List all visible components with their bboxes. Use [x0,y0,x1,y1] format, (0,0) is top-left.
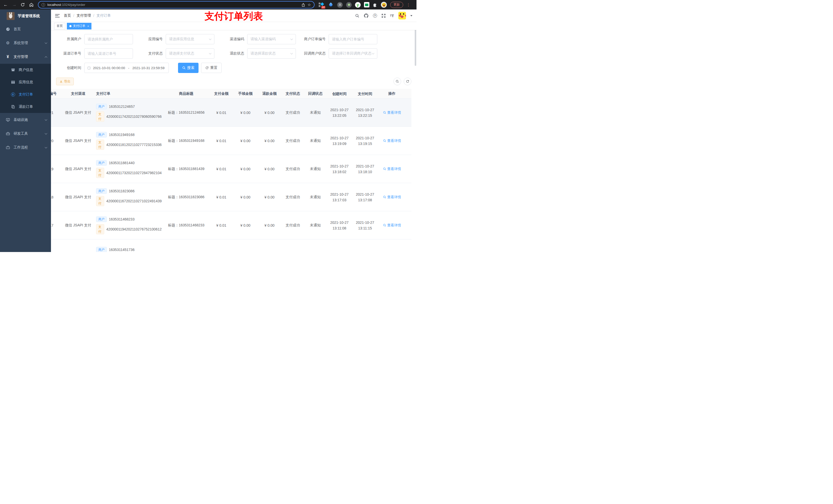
table-row[interactable]: 20 微信 JSAPI 支付 商户1635311949168 支付4200001… [51,127,411,155]
sidebar-item-home[interactable]: 首页 [0,22,51,36]
col-header-refund: 退款金额 [257,91,282,96]
tag-pay-order[interactable]: 支付订单 × [67,23,91,29]
view-detail-link[interactable]: 查看详情 [383,111,401,115]
sidebar-item-refund-order[interactable]: 退款订单 [0,101,51,113]
refund-status-select[interactable]: 请选择退款状态 [247,48,296,58]
field-label: 应用编号 [138,37,166,42]
merchant-order-no-input[interactable] [332,37,374,41]
table-header-row: 编号 支付渠道 支付订单 商品标题 支付金额 手续金额 退款金额 支付状态 回调… [51,89,411,99]
browser-forward-icon[interactable]: → [12,2,17,7]
col-header-amount: 支付金额 [209,91,233,96]
view-detail-link[interactable]: 查看详情 [383,195,401,199]
channel-code-select[interactable]: 请输入渠道编码 [247,34,296,44]
shop-icon [11,68,15,72]
extension-chat-icon[interactable] [364,2,370,7]
fee-amount: ¥ 0.00 [233,223,257,227]
sidebar-item-workflow[interactable]: 工作流程 [0,141,51,154]
create-time: 2021-10-2713:18:02 [327,163,352,175]
notify-status-select[interactable]: 请选择订单回调商户状态 [329,48,377,58]
merchant-order-no: 1635311949168 [109,133,135,137]
date-range-input[interactable]: 2021-10-01 00:00:00 - 2021-10-31 23:59:5… [84,63,169,73]
profile-avatar[interactable] [381,2,387,8]
page-annotation: 支付订单列表 [205,10,263,23]
col-header-channel: 支付渠道 [62,91,95,96]
bookmark-star-icon[interactable]: ☆ [308,3,311,7]
site-info-icon[interactable]: i [42,3,45,7]
pay-status: 支付成功 [282,167,304,171]
sidebar-item-label: 退款订单 [19,104,33,109]
table-row[interactable]: 21 微信 JSAPI 支付 商户1635312124657 支付4200001… [51,99,411,127]
breadcrumb-home[interactable]: 首页 [64,13,71,18]
extension-command-icon[interactable]: ⌘ [337,2,343,8]
col-header-fee: 手续金额 [233,91,257,96]
extension-diamond-icon[interactable]: 10 [318,2,324,8]
user-avatar[interactable] [398,12,406,20]
sidebar-item-devtools[interactable]: 研发工具 [0,127,51,141]
avatar-caret-icon[interactable] [410,15,412,16]
pay-time: 2021-10-2713:18:10 [352,163,378,175]
pay-order-cell: 商户1635311823086 支付4200001167202110271022… [95,186,163,208]
merchant-input[interactable] [88,37,129,41]
search-button[interactable]: 搜索 [178,63,198,73]
browser-home-icon[interactable] [29,3,34,7]
date-start-value: 2021-10-01 00:00:00 [93,66,125,70]
toggle-search-button[interactable] [394,78,401,85]
merchant-tag: 商户 [96,104,107,110]
sidebar-item-label: 系统管理 [14,41,45,45]
col-header-title: 商品标题 [163,91,209,96]
refresh-button[interactable] [404,78,411,85]
extension-balloon-icon[interactable] [328,2,334,8]
toolbar-right [394,78,411,85]
address-bar[interactable]: i localhost:1024/pay/order ☆ [38,1,314,8]
filter-channel-code: 渠道编码 请输入渠道编码 [219,34,296,44]
extension-dot-icon[interactable] [346,2,352,8]
extensions-puzzle-icon[interactable] [373,2,378,7]
product-title: 标题：1635311881439 [163,167,209,171]
merchant-tag: 商户 [96,247,107,252]
breadcrumb-payment[interactable]: 支付管理 [77,13,91,18]
sidebar-item-payment[interactable]: ¥ 支付管理 [0,50,51,64]
sidebar-item-pay-order[interactable]: ¥ 支付订单 [0,88,51,101]
pay-order-cell: 商户1635311468233 支付4200001194202110276752… [95,214,163,236]
view-detail-link[interactable]: 查看详情 [383,167,401,171]
font-size-icon[interactable]: TT [390,14,394,18]
tag-home[interactable]: 首页 [54,23,65,29]
sidebar-item-merchant-info[interactable]: 商户信息 [0,64,51,76]
sidebar-item-infrastructure[interactable]: 基础设施 [0,113,51,127]
browser-back-icon[interactable]: ← [3,2,8,7]
table-row[interactable]: 17 微信 JSAPI 支付 商户1635311468233 支付4200001… [51,211,411,239]
view-detail-link[interactable]: 查看详情 [383,223,401,228]
url-text: localhost:1024/pay/order [47,3,85,7]
chevron-down-icon [209,52,212,54]
export-button[interactable]: 导出 [56,78,74,85]
sidebar-item-app-info[interactable]: 应用信息 [0,76,51,88]
pay-tag: 支付 [96,196,104,206]
github-icon[interactable] [364,13,368,18]
table-row[interactable]: 商户1635311451736 支付 [51,239,411,252]
view-detail-link[interactable]: 查看详情 [383,139,401,143]
browser-reload-icon[interactable] [21,3,26,7]
tags-bar: 首页 支付订单 × [51,22,416,30]
table-row[interactable]: 19 微信 JSAPI 支付 商户1635311881440 支付4200001… [51,155,411,183]
tag-close-icon[interactable]: × [87,25,89,28]
app-id-select[interactable]: 请选择应用信息 [166,34,214,44]
share-icon[interactable] [301,3,305,7]
reset-button[interactable]: 重置 [201,63,221,73]
order-id: 18 [51,195,62,199]
table-row[interactable]: 18 微信 JSAPI 支付 商户1635311823086 支付4200001… [51,183,411,211]
field-label: 回调商户状态 [301,51,329,56]
browser-menu-icon[interactable]: ⋮ [406,3,410,7]
channel-order-no-input[interactable] [88,51,129,55]
breadcrumb: 首页 / 支付管理 / 支付订单 [64,13,111,18]
sidebar-item-system[interactable]: ⚙ 系统管理 [0,36,51,50]
pay-channel: 微信 JSAPI 支付 [62,111,95,115]
pay-status-select[interactable]: 请选择支付状态 [166,48,214,58]
browser-update-button[interactable]: 更新 [390,2,403,8]
search-icon[interactable] [355,14,359,18]
page-scrollbar[interactable] [415,10,416,251]
help-icon[interactable]: ? [373,14,377,18]
sidebar-toggle-icon[interactable] [55,14,60,18]
extension-y-icon[interactable]: y [355,2,361,8]
app-logo-row[interactable]: 芋道管理系统 [0,9,51,22]
fullscreen-icon[interactable] [381,14,386,18]
